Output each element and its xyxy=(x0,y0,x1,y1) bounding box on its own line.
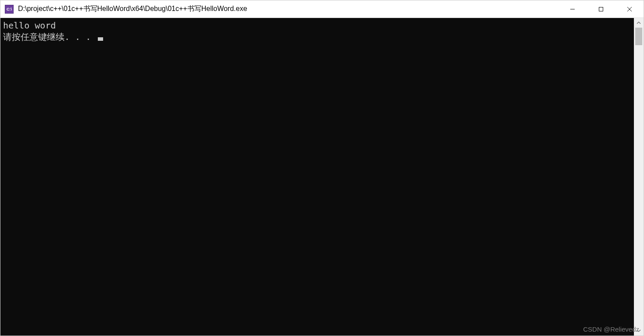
console-line: hello word xyxy=(3,20,631,31)
scroll-up-button[interactable] xyxy=(634,18,644,28)
scroll-track[interactable] xyxy=(634,28,644,326)
console-prompt-text: 请按任意键继续. . . xyxy=(3,32,96,42)
vertical-scrollbar[interactable] xyxy=(634,18,644,336)
close-icon xyxy=(627,7,632,12)
app-icon: C:\ xyxy=(5,5,14,14)
console-window: C:\ D:\project\c++\01c++书写HelloWord\x64\… xyxy=(0,0,644,336)
chevron-up-icon xyxy=(637,21,641,25)
console-output[interactable]: hello word请按任意键继续. . . xyxy=(0,18,634,336)
maximize-icon xyxy=(598,7,604,12)
client-area: hello word请按任意键继续. . . CSDN @Relievedz xyxy=(0,18,644,336)
minimize-icon xyxy=(570,7,575,12)
scroll-thumb[interactable] xyxy=(635,28,642,45)
chevron-down-icon xyxy=(637,329,641,333)
window-controls xyxy=(558,0,644,18)
close-button[interactable] xyxy=(615,0,644,18)
maximize-button[interactable] xyxy=(587,0,615,18)
scroll-down-button[interactable] xyxy=(634,326,644,336)
console-line: 请按任意键继续. . . xyxy=(3,31,631,43)
window-title: D:\project\c++\01c++书写HelloWord\x64\Debu… xyxy=(18,4,558,14)
titlebar[interactable]: C:\ D:\project\c++\01c++书写HelloWord\x64\… xyxy=(0,0,644,18)
console-cursor xyxy=(98,37,103,41)
svg-rect-1 xyxy=(599,7,603,11)
minimize-button[interactable] xyxy=(558,0,587,18)
